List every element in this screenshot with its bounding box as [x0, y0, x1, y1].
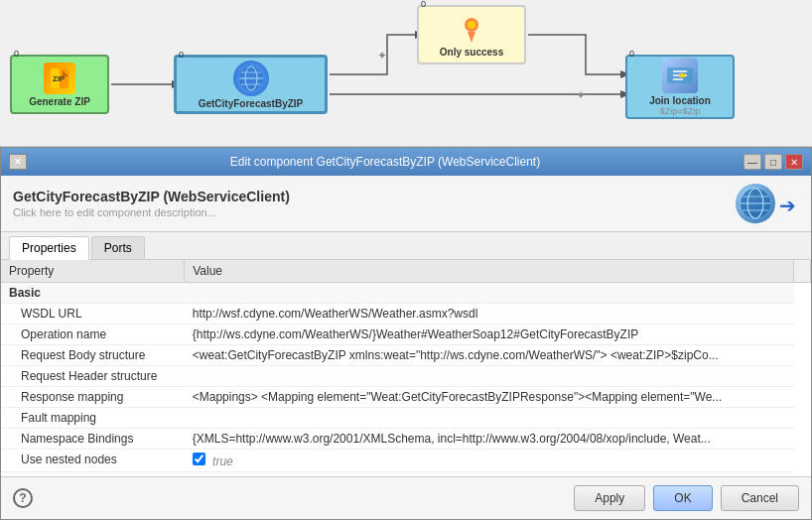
- prop-fault-map-label: Fault mapping: [1, 408, 185, 429]
- table-row: Use nested nodes true: [1, 450, 811, 472]
- maximize-button[interactable]: □: [764, 154, 782, 170]
- properties-table-container: Property Value Basic WSDL URL http://wsf…: [1, 260, 811, 476]
- prop-req-body-label: Request Body structure: [1, 345, 185, 366]
- node-generate-zip[interactable]: 0 ZIP Generate ZIP: [10, 55, 109, 114]
- table-row: Namespace Bindings {XMLS=http://www.w3.o…: [1, 429, 811, 450]
- table-row: WSDL URL http://wsf.cdyne.com/WeatherWS/…: [1, 304, 811, 325]
- table-row: Operation name {http://ws.cdyne.com/Weat…: [1, 325, 811, 345]
- svg-point-17: [468, 21, 475, 29]
- generate-zip-badge: 0: [14, 49, 19, 59]
- join-label: Join location: [649, 95, 711, 106]
- ok-button[interactable]: OK: [653, 485, 712, 511]
- component-description[interactable]: Click here to edit component description…: [13, 206, 290, 218]
- prop-ns-bind-value[interactable]: {XMLS=http://www.w3.org/2001/XMLSchema, …: [185, 429, 794, 450]
- prop-nested-label: Use nested nodes: [1, 450, 185, 472]
- only-success-label: Only success: [440, 47, 503, 58]
- tab-properties[interactable]: Properties: [9, 236, 89, 260]
- col-property: Property: [1, 260, 185, 283]
- node-getcity[interactable]: 0 GetCityForecastByZIP: [174, 55, 328, 114]
- node-join-location[interactable]: 0 Join location $Zip=$Zip: [625, 55, 735, 119]
- prop-req-header-label: Request Header structure: [1, 366, 185, 387]
- dialog-title: Edit component GetCityForecastByZIP (Web…: [27, 155, 744, 169]
- getcity-label: GetCityForecastByZIP: [199, 98, 304, 109]
- join-icon: [662, 58, 698, 93]
- generate-zip-icon: ZIP: [44, 63, 75, 94]
- titlebar-controls: — □ ✕: [744, 154, 803, 170]
- prop-resp-map-value[interactable]: <Mappings> <Mapping element="Weat:GetCit…: [185, 387, 794, 408]
- table-row: Basic: [1, 283, 811, 304]
- getcity-badge: 0: [179, 50, 184, 60]
- join-sublabel: $Zip=$Zip: [660, 106, 700, 116]
- component-title: GetCityForecastByZIP (WebServiceClient): [13, 189, 290, 204]
- apply-button[interactable]: Apply: [574, 485, 645, 511]
- footer-buttons: Apply OK Cancel: [574, 485, 799, 511]
- group-basic: Basic: [1, 283, 794, 304]
- table-row: Fault mapping: [1, 408, 811, 429]
- use-nested-text: true: [212, 455, 233, 468]
- only-success-icon: [456, 13, 487, 45]
- svg-rect-22: [679, 73, 685, 77]
- canvas-area: ✦ ✦ 0 ZIP Generate ZIP 0 Ge: [0, 0, 812, 147]
- join-badge: 0: [629, 49, 634, 59]
- prop-nested-value[interactable]: true: [185, 450, 794, 472]
- getcity-icon: [233, 61, 269, 96]
- dialog-tabs: Properties Ports: [1, 232, 811, 260]
- dialog-header: GetCityForecastByZIP (WebServiceClient) …: [1, 176, 811, 232]
- globe-icon: [736, 184, 775, 223]
- minimize-button[interactable]: —: [744, 154, 761, 170]
- svg-text:✦: ✦: [377, 49, 387, 63]
- help-button[interactable]: ?: [13, 488, 33, 508]
- dialog-icon: ✕: [9, 154, 27, 170]
- prop-operation-value[interactable]: {http://ws.cdyne.com/WeatherWS/}Weather#…: [185, 325, 794, 345]
- table-row: Response mapping <Mappings> <Mapping ele…: [1, 387, 811, 408]
- generate-zip-label: Generate ZIP: [29, 96, 90, 107]
- prop-ns-bind-label: Namespace Bindings: [1, 429, 185, 450]
- table-row: Request Header structure: [1, 366, 811, 387]
- tab-ports[interactable]: Ports: [91, 236, 145, 259]
- cancel-button[interactable]: Cancel: [721, 485, 799, 511]
- prop-wsdl-label: WSDL URL: [1, 304, 185, 325]
- node-only-success[interactable]: 0 Only success: [417, 5, 526, 65]
- table-row: Request Body structure <weat:GetCityFore…: [1, 345, 811, 366]
- use-nested-checkbox[interactable]: [193, 453, 205, 465]
- prop-fault-map-value[interactable]: [185, 408, 794, 429]
- dialog-header-icon-area: ➔: [736, 184, 799, 223]
- edit-dialog: ✕ Edit component GetCityForecastByZIP (W…: [0, 147, 812, 520]
- dialog-titlebar: ✕ Edit component GetCityForecastByZIP (W…: [1, 148, 811, 176]
- prop-req-header-value[interactable]: [185, 366, 794, 387]
- prop-operation-label: Operation name: [1, 325, 185, 345]
- close-button[interactable]: ✕: [785, 154, 803, 170]
- dialog-header-info: GetCityForecastByZIP (WebServiceClient) …: [13, 189, 290, 218]
- svg-text:✦: ✦: [576, 88, 586, 102]
- prop-req-body-value[interactable]: <weat:GetCityForecastByZIP xmlns:weat="h…: [185, 345, 794, 366]
- prop-wsdl-value[interactable]: http://wsf.cdyne.com/WeatherWS/Weather.a…: [185, 304, 794, 325]
- prop-resp-map-label: Response mapping: [1, 387, 185, 408]
- arrow-right-icon: ➔: [779, 194, 799, 213]
- footer-left: ?: [13, 488, 33, 508]
- properties-table: Property Value Basic WSDL URL http://wsf…: [1, 260, 811, 472]
- only-success-badge: 0: [421, 0, 426, 9]
- dialog-footer: ? Apply OK Cancel: [1, 476, 811, 519]
- col-value: Value: [185, 260, 794, 283]
